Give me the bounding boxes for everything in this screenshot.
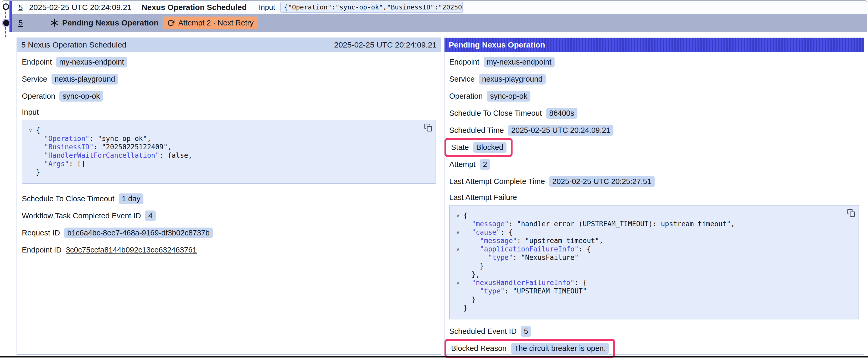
event-row-pending[interactable]: 5 Pending Nexus Operation Attempt 2 · Ne… [12,14,867,32]
code-gutter [25,168,36,176]
field-value-badge: The circuit breaker is open. [511,343,609,354]
field-label: Operation [22,92,55,100]
field-wrap: Schedule To Close Timeout 1 day [22,193,144,204]
field-row: Endpoint my-nexus-endpoint [22,57,436,67]
code-line-text: "applicationFailureInfo": { [463,245,591,253]
field-label: Endpoint [22,58,52,66]
event-detail-panels: 5 Nexus Operation Scheduled 2025-02-25 U… [17,37,864,355]
field-wrap: Blocked Reason The circuit breaker is op… [444,339,615,358]
field-label: Endpoint ID [22,246,62,254]
field-row: Last Attempt Complete Time 2025-02-25 UT… [449,176,859,187]
code-line-text: } [463,304,468,312]
code-line-text: "cause": { [463,228,513,236]
field-label: Scheduled Event ID [449,327,517,336]
scheduled-event-panel: 5 Nexus Operation Scheduled 2025-02-25 U… [17,37,441,355]
field-label: Operation [449,92,483,100]
field-row: Blocked Reason The circuit breaker is op… [449,343,859,354]
event-input-preview-chip: {"Operation":"sync-op-ok","BusinessID":"… [280,2,463,13]
event-id-link[interactable]: 5 [19,19,23,27]
collapse-chevron-icon[interactable]: ∨ [25,126,36,134]
workflow-history-view: 5 2025-02-25 UTC 20:24:09.21 Nexus Opera… [0,0,868,358]
field-value-badge: 2025-02-25 UTC 20:24:09.21 [508,125,614,136]
copy-icon[interactable] [847,209,856,217]
code-line-text: "HandlerWaitForCancellation": false, [36,151,192,160]
input-section-label: Input [22,108,436,117]
window-bottom-edge [0,356,868,357]
pending-event-title: Pending Nexus Operation [62,19,159,27]
collapse-chevron-icon[interactable]: ∨ [453,245,463,253]
field-value-badge: 2 [480,159,490,170]
field-label: Attempt [449,160,475,169]
scheduled-fields-bottom: Schedule To Close Timeout 1 day Workflow… [22,193,436,255]
code-line-text: "message": "handler error (UPSTREAM_TIME… [463,220,735,228]
failure-section-label: Last Attempt Failure [449,193,859,202]
code-gutter [453,270,463,279]
field-wrap: Operation sync-op-ok [449,91,530,102]
field-wrap: Operation sync-op-ok [22,91,103,102]
field-value-badge: nexus-playground [52,74,119,85]
field-wrap: Endpoint my-nexus-endpoint [22,57,127,67]
code-gutter [453,304,463,312]
failure-json-block: ∨{ "message": "handler error (UPSTREAM_T… [449,205,859,319]
code-line-text: "Operation": "sync-op-ok", [36,134,151,143]
field-value-badge: 1 day [119,193,144,204]
field-label: Request ID [22,229,60,237]
collapse-chevron-icon[interactable]: ∨ [453,211,463,220]
collapse-chevron-icon[interactable]: ∨ [453,279,463,287]
pending-fields-bottom: Scheduled Event ID 5 Blocked Reason The … [449,326,859,354]
scheduled-panel-time: 2025-02-25 UTC 20:24:09.21 [334,40,437,50]
pending-operation-panel: Pending Nexus Operation Endpoint my-nexu… [444,37,864,355]
code-line-text: "type": "UPSTREAM_TIMEOUT" [463,287,587,295]
collapse-chevron-icon[interactable]: ∨ [453,228,463,236]
timeline-marker-scheduled-icon [3,3,9,10]
field-wrap: Request ID b1c6a4bc-8ee7-468a-9169-df3b0… [22,228,213,238]
code-line-text: } [463,295,476,304]
field-row: Operation sync-op-ok [22,91,436,102]
field-label: State [451,143,469,152]
event-row-scheduled[interactable]: 5 2025-02-25 UTC 20:24:09.21 Nexus Opera… [12,1,867,14]
field-label: Service [449,75,475,84]
field-value-badge: my-nexus-endpoint [484,57,555,67]
field-wrap: Endpoint my-nexus-endpoint [449,57,555,67]
event-input-label: Input [259,3,275,11]
code-line-text: "BusinessID": "20250225122409", [36,143,172,151]
retry-status-badge: Attempt 2 · Next Retry [163,17,258,29]
retry-badge-label: Attempt 2 · Next Retry [178,19,253,27]
field-value-badge: 2025-02-25 UTC 20:25:27.51 [549,176,654,187]
field-wrap: Endpoint ID 3c0c75ccfa8144b092c13ce63246… [22,245,197,255]
pending-asterisk-icon [50,19,59,27]
code-line-text: "Args": [] [36,160,85,168]
copy-icon[interactable] [424,123,432,132]
code-gutter [25,143,36,151]
field-label: Service [22,75,47,84]
field-row: Endpoint ID 3c0c75ccfa8144b092c13ce63246… [22,245,436,255]
code-gutter [25,160,36,168]
field-value-badge: nexus-playground [479,74,546,85]
field-row: Schedule To Close Timeout 86400s [449,108,859,119]
field-row: Service nexus-playground [22,73,436,85]
event-title: Nexus Operation Scheduled [142,3,247,12]
code-line-text: { [36,126,40,134]
pending-fields-top: Endpoint my-nexus-endpoint Service nexus… [449,57,859,187]
code-line-text: "message": "upstream timeout", [463,236,603,245]
code-line-text: { [463,211,468,220]
field-value-badge: 4 [145,210,156,221]
code-gutter [25,134,36,143]
field-row: Request ID b1c6a4bc-8ee7-468a-9169-df3b0… [22,227,436,238]
event-timestamp: 2025-02-25 UTC 20:24:09.21 [29,3,132,12]
timeline-marker-pending-icon [3,20,9,26]
field-value-badge: my-nexus-endpoint [56,57,127,67]
field-wrap: Attempt 2 [449,159,490,170]
scheduled-panel-header: 5 Nexus Operation Scheduled 2025-02-25 U… [17,38,441,52]
field-value-badge: sync-op-ok [487,91,530,102]
code-line-text: } [36,168,40,176]
event-id-link[interactable]: 5 [19,3,23,12]
field-label: Scheduled Time [449,126,504,135]
failure-json-code: ∨{ "message": "handler error (UPSTREAM_T… [453,211,843,312]
code-line-text: "type": "NexusFailure" [463,253,579,262]
field-value-link[interactable]: 3c0c75ccfa8144b092c13ce632463761 [66,245,197,255]
field-row: Workflow Task Completed Event ID 4 [22,210,436,221]
timeline-accent-bar [9,1,12,32]
code-line-text: "nexusHandlerFailureInfo": { [463,279,587,287]
input-json-block: ∨{ "Operation": "sync-op-ok", "BusinessI… [22,120,436,184]
